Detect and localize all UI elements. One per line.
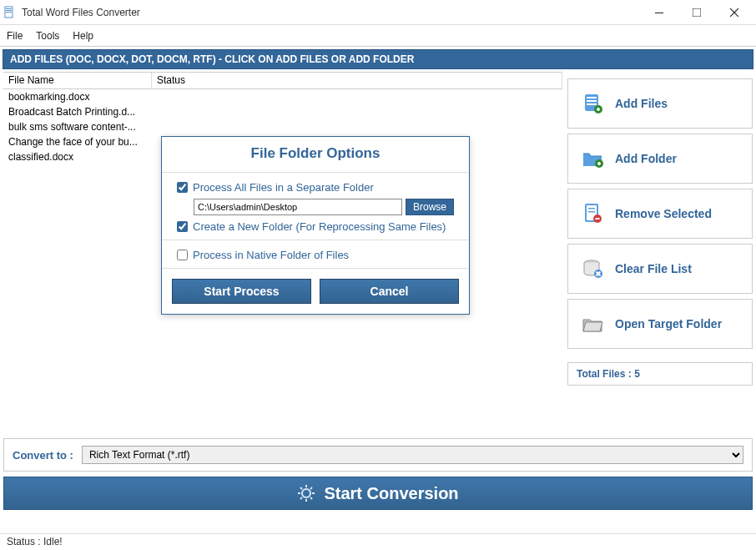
cell-filename: Broadcast Batch Printing.d... [3,104,152,119]
svg-line-34 [310,487,312,489]
svg-rect-3 [6,12,12,13]
table-row[interactable]: bulk sms software content-... [3,119,562,134]
svg-rect-9 [587,97,597,98]
status-text: Status : Idle! [7,536,63,547]
process-separate-row[interactable]: Process All Files in a Separate Folder [177,179,454,195]
svg-rect-4 [655,13,663,13]
process-native-label: Process in Native Folder of Files [193,249,349,261]
start-conversion-label: Start Conversion [324,484,458,503]
cell-status [152,89,562,104]
svg-rect-19 [588,208,595,209]
dialog-button-row: Start Process Cancel [162,268,469,314]
svg-rect-20 [588,211,595,213]
process-native-row[interactable]: Process in Native Folder of Files [177,247,454,263]
close-button[interactable] [715,1,753,24]
convert-to-label: Convert to : [13,449,73,462]
header-strip: ADD FILES (DOC, DOCX, DOT, DOCM, RTF) - … [3,49,753,69]
cell-filename: Change the face of your bu... [3,134,152,149]
svg-rect-11 [587,103,597,105]
header-strip-label: ADD FILES (DOC, DOCX, DOT, DOCM, RTF) - … [10,53,414,65]
svg-rect-22 [596,218,600,219]
add-folder-icon [580,146,605,171]
add-files-button[interactable]: Add Files [567,78,753,129]
sidebar: Add Files Add Folder Remove Selected Cle… [562,72,753,433]
app-icon [3,6,17,19]
menu-tools[interactable]: Tools [36,30,59,42]
clear-list-icon [580,256,605,281]
window-controls [640,1,753,24]
svg-rect-5 [693,8,701,17]
total-files-value: 5 [634,368,640,380]
remove-selected-label: Remove Selected [615,207,712,220]
col-filename-header[interactable]: File Name [3,73,152,88]
process-native-checkbox[interactable] [177,250,188,260]
svg-rect-1 [6,8,12,9]
table-row[interactable]: Broadcast Batch Printing.d... [3,104,562,119]
convert-bar: Convert to : Rich Text Format (*.rtf) [3,438,753,472]
add-folder-button[interactable]: Add Folder [567,134,753,184]
add-folder-label: Add Folder [615,152,677,165]
svg-line-33 [310,497,312,499]
create-new-folder-checkbox[interactable] [177,221,188,232]
process-separate-label: Process All Files in a Separate Folder [193,181,374,194]
menu-help[interactable]: Help [73,30,93,42]
convert-to-select[interactable]: Rich Text Format (*.rtf) [82,446,743,464]
dialog-title: File Folder Options [162,137,469,172]
svg-rect-10 [587,100,597,102]
cancel-button[interactable]: Cancel [320,279,459,304]
titlebar: Total Word Files Converter [0,0,756,25]
open-target-label: Open Target Folder [615,317,722,331]
add-files-icon [580,91,605,116]
cell-filename: classified.docx [3,149,152,164]
remove-selected-button[interactable]: Remove Selected [567,189,753,239]
clear-list-label: Clear File List [615,262,692,275]
menubar: File Tools Help [0,25,756,47]
gear-icon [297,484,315,502]
total-files-panel: Total Files : 5 [567,362,753,386]
table-header: File Name Status [3,73,562,89]
dialog-section-separate: Process All Files in a Separate Folder B… [162,172,469,240]
add-files-label: Add Files [615,97,668,110]
menu-file[interactable]: File [7,30,23,42]
file-folder-options-dialog: File Folder Options Process All Files in… [161,136,470,315]
window-title: Total Word Files Converter [22,7,140,18]
path-input[interactable] [194,199,402,215]
svg-rect-14 [597,108,599,111]
minimize-button[interactable] [640,1,678,24]
svg-rect-2 [6,10,12,11]
svg-point-27 [302,489,310,497]
dialog-section-native: Process in Native Folder of Files [162,240,469,268]
cell-filename: bookmarking.docx [3,89,152,104]
maximize-button[interactable] [678,1,715,24]
start-conversion-button[interactable]: Start Conversion [3,477,753,510]
create-new-folder-row[interactable]: Create a New Folder (For Reprocessing Sa… [177,219,454,235]
open-target-icon [580,311,605,336]
cell-status [152,104,562,119]
path-row: Browse [194,199,454,215]
svg-line-32 [300,487,302,489]
start-process-button[interactable]: Start Process [172,279,311,304]
open-target-folder-button[interactable]: Open Target Folder [567,299,753,349]
col-status-header[interactable]: Status [152,73,562,88]
clear-list-button[interactable]: Clear File List [567,244,753,294]
table-row[interactable]: bookmarking.docx [3,89,562,104]
cell-filename: bulk sms software content-... [3,119,152,134]
remove-selected-icon [580,201,605,226]
create-new-folder-label: Create a New Folder (For Reprocessing Sa… [193,220,446,233]
browse-button[interactable]: Browse [406,199,454,215]
total-files-label: Total Files : [577,368,632,380]
svg-rect-17 [598,162,600,165]
process-separate-checkbox[interactable] [177,182,188,193]
svg-line-35 [300,497,302,499]
statusbar: Status : Idle! [0,533,756,550]
cell-status [152,119,562,134]
